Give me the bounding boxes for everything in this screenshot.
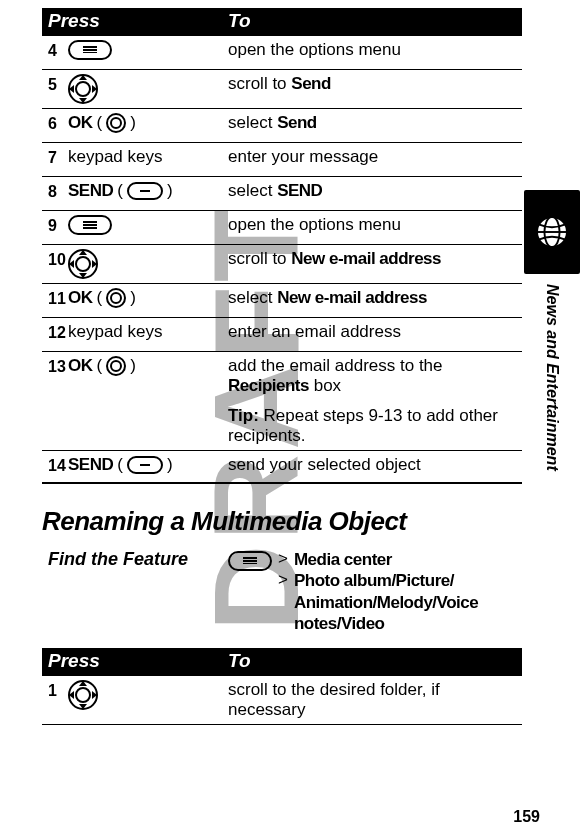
step-press <box>68 74 228 104</box>
step-action: enter your message <box>228 147 522 167</box>
step-number: 4 <box>48 40 68 60</box>
center-key-icon <box>106 356 126 376</box>
action-target: SEND <box>277 181 322 200</box>
step-press: OK () <box>68 288 228 308</box>
table2-header-to: To <box>228 650 522 672</box>
step-action: scroll to the desired folder, if necessa… <box>228 680 522 720</box>
menu-key-icon <box>68 215 112 235</box>
side-tab-icon-box <box>524 190 580 274</box>
ok-label: OK <box>68 113 93 133</box>
find-feature-row: Find the Feature > Media center > Photo … <box>42 549 522 648</box>
press-text: keypad keys <box>68 322 163 342</box>
table1-header-press: Press <box>48 10 228 32</box>
step-press: SEND () <box>68 181 228 201</box>
table-row: 6 OK () select Send <box>42 109 522 143</box>
step-press <box>68 215 228 235</box>
table-row: 13 OK () add the email address to the Re… <box>42 352 522 451</box>
action-target: New e-mail address <box>277 288 427 307</box>
step-number: 5 <box>48 74 68 94</box>
step-number: 1 <box>48 680 68 700</box>
action-text: box <box>309 376 341 395</box>
nav-key-icon <box>68 249 98 279</box>
step-number: 14 <box>48 455 68 475</box>
action-target: New e-mail address <box>291 249 441 268</box>
tip-label: Tip: <box>228 406 259 425</box>
paren: ) <box>130 288 136 308</box>
table-row: 1 scroll to the desired folder, if neces… <box>42 676 522 725</box>
step-number: 7 <box>48 147 68 167</box>
ok-label: OK <box>68 288 93 308</box>
table-row: 10 scroll to New e-mail address <box>42 245 522 284</box>
path-gt: > <box>278 549 290 569</box>
send-label: SEND <box>68 455 113 475</box>
page-number: 159 <box>513 808 540 826</box>
step-action: open the options menu <box>228 40 522 60</box>
step-press <box>68 249 228 279</box>
step-action: select Send <box>228 113 522 133</box>
action-target: Send <box>277 113 317 132</box>
paren: ) <box>167 181 173 201</box>
find-feature-label: Find the Feature <box>48 549 228 570</box>
path-segment: Photo album/Picture/ Animation/Melody/Vo… <box>294 570 478 634</box>
action-text: select <box>228 288 277 307</box>
step-press: keypad keys <box>68 322 228 342</box>
table-row: 9 open the options menu <box>42 211 522 245</box>
action-text: select <box>228 113 277 132</box>
step-press: SEND () <box>68 455 228 475</box>
paren: ( <box>97 356 103 376</box>
table2-header: Press To <box>42 648 522 676</box>
step-action: send your selected object <box>228 455 522 475</box>
paren: ( <box>117 181 123 201</box>
send-label: SEND <box>68 181 113 201</box>
paren: ( <box>97 288 103 308</box>
step-press: OK () <box>68 113 228 133</box>
action-target: Recipients <box>228 376 309 395</box>
menu-key-icon <box>68 40 112 60</box>
menu-key-icon <box>228 551 272 571</box>
step-action: add the email address to the Recipients … <box>228 356 522 446</box>
step-action: open the options menu <box>228 215 522 235</box>
table-row: 14 SEND () send your selected object <box>42 450 522 484</box>
step-number: 9 <box>48 215 68 235</box>
step-action: scroll to Send <box>228 74 522 94</box>
step-action: select SEND <box>228 181 522 201</box>
center-key-icon <box>106 113 126 133</box>
side-tab-label: News and Entertainment <box>543 284 561 471</box>
step-action: select New e-mail address <box>228 288 522 308</box>
step-number: 11 <box>48 288 68 308</box>
table-row: 7 keypad keys enter your message <box>42 143 522 177</box>
table1-header-to: To <box>228 10 522 32</box>
ok-label: OK <box>68 356 93 376</box>
action-target: Send <box>291 74 331 93</box>
step-number: 10 <box>48 249 68 269</box>
nav-key-icon <box>68 680 98 710</box>
step-press <box>68 40 228 60</box>
softkey-icon <box>127 456 163 474</box>
action-text: scroll to <box>228 249 291 268</box>
table-row: 4 open the options menu <box>42 36 522 70</box>
step-number: 13 <box>48 356 68 376</box>
paren: ( <box>97 113 103 133</box>
table-row: 8 SEND () select SEND <box>42 177 522 211</box>
action-text: select <box>228 181 277 200</box>
find-feature-path: > Media center > Photo album/Picture/ An… <box>228 549 522 634</box>
paren: ( <box>117 455 123 475</box>
step-action: scroll to New e-mail address <box>228 249 522 269</box>
step-number: 6 <box>48 113 68 133</box>
paren: ) <box>130 356 136 376</box>
table-row: 5 scroll to Send <box>42 70 522 109</box>
paren: ) <box>167 455 173 475</box>
step-press: OK () <box>68 356 228 376</box>
table1-header: Press To <box>42 8 522 36</box>
tip-text: Repeat steps 9-13 to add other recipient… <box>228 406 498 445</box>
side-tab: News and Entertainment <box>522 190 582 600</box>
action-text: scroll to <box>228 74 291 93</box>
table2-header-press: Press <box>48 650 228 672</box>
step-action: enter an email address <box>228 322 522 342</box>
step-number: 12 <box>48 322 68 342</box>
table-row: 12 keypad keys enter an email address <box>42 318 522 352</box>
path-gt: > <box>278 570 290 590</box>
step-press: keypad keys <box>68 147 228 167</box>
step-number: 8 <box>48 181 68 201</box>
globe-icon <box>533 213 571 251</box>
